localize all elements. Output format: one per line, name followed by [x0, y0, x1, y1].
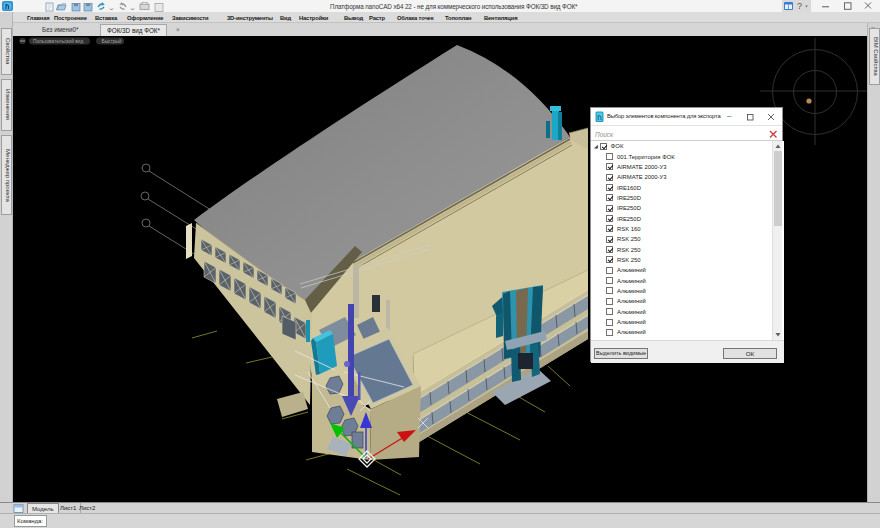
svg-text:Пользовательский вид: Пользовательский вид [33, 38, 84, 44]
svg-text:?: ? [797, 1, 802, 11]
svg-text:Быстрый: Быстрый [102, 38, 122, 44]
